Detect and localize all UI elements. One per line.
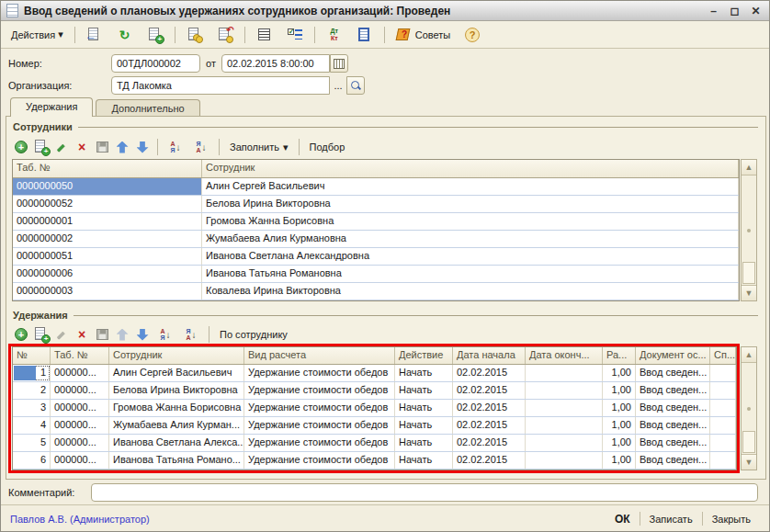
cell-action: Начать	[395, 365, 453, 381]
save-button[interactable]: Записать	[640, 514, 702, 525]
post-document-button[interactable]	[181, 25, 209, 45]
scroll-thumb[interactable]	[742, 431, 755, 453]
by-employee-label: По сотруднику	[220, 329, 288, 340]
col-header-employee[interactable]: Сотрудник	[202, 160, 739, 177]
tips-button[interactable]: Советы	[391, 25, 456, 45]
ded-sort-desc-button[interactable]: ЯА ↓	[180, 326, 202, 343]
table-row[interactable]: 5 000000... Иванова Светлана Алекса... У…	[13, 435, 736, 452]
table-row[interactable]: 0000000002 Жумабаева Алия Курмановна	[13, 231, 739, 248]
maximize-button[interactable]: ◻	[727, 5, 742, 17]
cell-tab-no: 0000000003	[13, 283, 202, 300]
cell-base-doc: Ввод сведен...	[636, 400, 710, 416]
minimize-button[interactable]: –	[706, 5, 721, 17]
table-row[interactable]: 0000000051 Иванова Светлана Александровн…	[13, 248, 739, 266]
emp-end-edit-button[interactable]	[94, 139, 110, 155]
list-structure-icon	[256, 27, 273, 43]
scroll-up-icon[interactable]: ▲	[742, 160, 756, 175]
emp-delete-button[interactable]: ×	[74, 139, 90, 155]
table-row[interactable]: 0000000050 Алин Сергей Васильевич	[13, 178, 739, 196]
table-row[interactable]: 3 000000... Громова Жанна Борисовна Удер…	[13, 400, 736, 417]
cell-tab-no: 000000...	[51, 417, 109, 434]
close-button[interactable]: ✕	[748, 5, 764, 17]
col-header-tab-no[interactable]: Таб. №	[13, 160, 202, 177]
cell-sp	[710, 417, 736, 434]
ded-move-down-button[interactable]	[134, 326, 151, 343]
emp-add-button[interactable]: +	[13, 139, 29, 155]
col-header-base-doc[interactable]: Документ ос...	[636, 347, 710, 364]
ok-button[interactable]: ОК	[606, 513, 640, 526]
scroll-down-icon[interactable]: ▼	[742, 285, 756, 300]
fill-menu-button[interactable]: Заполнить ▾	[226, 138, 292, 156]
cell-calc-type: Удержание стоимости обедов	[244, 452, 395, 469]
emp-sort-asc-button[interactable]: АЯ ↓	[164, 139, 187, 155]
tab-additional[interactable]: Дополнительно	[96, 99, 199, 118]
cell-employee: Иванова Светлана Алекса...	[109, 435, 244, 451]
col-header-num[interactable]: №	[13, 347, 51, 364]
scroll-down-icon[interactable]: ▼	[742, 454, 756, 470]
deductions-table-header: № Таб. № Сотрудник Вид расчета Действие …	[13, 347, 736, 365]
table-row[interactable]: 0000000052 Белова Ирина Викторовна	[13, 196, 739, 213]
deductions-scrollbar[interactable]: ▲ ▼	[741, 346, 757, 470]
table-row[interactable]: 4 000000... Жумабаева Алия Курман... Уде…	[13, 417, 736, 435]
col-header-sp[interactable]: Сп...	[710, 347, 736, 364]
employees-scrollbar[interactable]: ▲ ▼	[741, 159, 757, 301]
organization-row: Организация: ТД Лакомка ...	[8, 76, 394, 95]
tips-book-icon	[396, 27, 413, 43]
table-row[interactable]: 1 000000... Алин Сергей Васильевич Удерж…	[13, 365, 736, 382]
table-row[interactable]: 0000000003 Ковалева Ирина Викторовна	[13, 283, 739, 300]
organization-open-button[interactable]	[346, 76, 365, 95]
reread-button[interactable]: ←	[81, 25, 108, 45]
help-button[interactable]: ?	[459, 25, 486, 45]
list-structure-button[interactable]	[251, 25, 278, 45]
scroll-up-icon[interactable]: ▲	[742, 347, 756, 363]
col-header-action[interactable]: Действие	[395, 347, 453, 364]
responsible-user-link[interactable]: Павлов А.В. (Администратор)	[10, 514, 150, 525]
col-header-rate[interactable]: Ра...	[603, 347, 636, 364]
ded-add-button[interactable]: +	[13, 326, 29, 343]
cell-calc-type: Удержание стоимости обедов	[244, 417, 395, 434]
table-row[interactable]: 0000000006 Иванова Татьяна Романовна	[13, 266, 739, 283]
delete-icon: ×	[78, 328, 85, 341]
ded-edit-button[interactable]	[53, 326, 70, 343]
by-employee-button[interactable]: По сотруднику	[216, 325, 291, 344]
ded-copy-button[interactable]: +	[33, 326, 50, 343]
ded-sort-asc-button[interactable]: АЯ ↓	[154, 326, 176, 343]
registers-button[interactable]	[351, 25, 379, 45]
organization-ellipsis-button[interactable]: ...	[330, 76, 346, 95]
table-row[interactable]: 0000000001 Громова Жанна Борисовна	[13, 213, 739, 231]
copy-document-button[interactable]: +	[142, 25, 169, 45]
ded-end-edit-button[interactable]	[94, 326, 110, 343]
col-header-calc-type[interactable]: Вид расчета	[244, 347, 395, 364]
ded-delete-button[interactable]: ×	[74, 326, 90, 343]
actions-menu-button[interactable]: Действия ▾	[6, 25, 69, 45]
col-header-end-date[interactable]: Дата оконч...	[526, 347, 603, 364]
tab-deductions[interactable]: Удержания	[10, 97, 93, 117]
window-title: Ввод сведений о плановых удержаниях сотр…	[24, 5, 450, 17]
organization-input[interactable]: ТД Лакомка	[111, 76, 330, 95]
pick-button[interactable]: Подбор	[306, 138, 349, 156]
emp-move-up-button[interactable]	[114, 139, 130, 155]
col-header-tab-no[interactable]: Таб. №	[51, 347, 109, 364]
emp-sort-desc-button[interactable]: ЯА ↓	[190, 139, 212, 155]
list-settings-button[interactable]	[281, 25, 309, 45]
table-row[interactable]: 6 000000... Иванова Татьяна Романо... Уд…	[13, 452, 736, 470]
close-form-button[interactable]: Закрыть	[703, 514, 760, 525]
scroll-thumb[interactable]	[742, 262, 755, 284]
ded-move-up-button[interactable]	[114, 326, 130, 343]
col-header-employee[interactable]: Сотрудник	[109, 347, 244, 364]
refresh-button[interactable]: ↻	[111, 25, 139, 45]
cell-action: Начать	[395, 452, 453, 469]
number-input[interactable]: 00ТДЛ000002	[111, 54, 200, 73]
unpost-document-button[interactable]: ↶	[211, 25, 239, 45]
date-input[interactable]: 02.02.2015 8:00:00	[221, 54, 330, 73]
col-header-start-date[interactable]: Дата начала	[453, 347, 526, 364]
table-row[interactable]: 2 000000... Белова Ирина Викторовна Удер…	[13, 382, 736, 400]
cell-employee: Громова Жанна Борисовна	[202, 213, 739, 230]
delete-icon: ×	[78, 141, 85, 153]
emp-move-down-button[interactable]	[134, 139, 151, 155]
calendar-button[interactable]	[330, 54, 348, 73]
comment-input[interactable]	[91, 483, 758, 502]
dtkt-postings-button[interactable]: ДтКт	[321, 25, 348, 45]
emp-edit-button[interactable]	[53, 139, 70, 155]
emp-copy-button[interactable]: +	[33, 139, 50, 155]
